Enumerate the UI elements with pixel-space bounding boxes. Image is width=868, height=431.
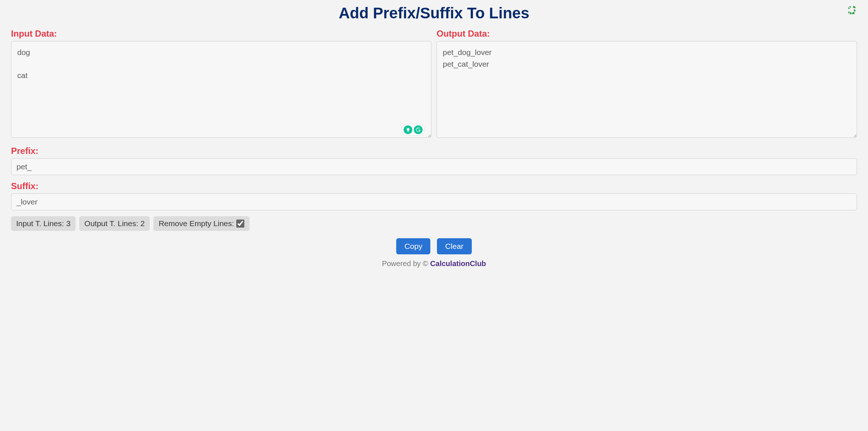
remove-empty-stat: Remove Empty Lines: bbox=[153, 216, 249, 231]
output-lines-label: Output T. Lines: bbox=[84, 219, 138, 228]
output-lines-stat: Output T. Lines: 2 bbox=[79, 216, 150, 231]
input-lines-count: 3 bbox=[66, 219, 70, 228]
input-label: Input Data: bbox=[11, 29, 431, 39]
button-row: Copy Clear bbox=[11, 238, 857, 254]
clear-button[interactable]: Clear bbox=[437, 238, 471, 254]
suffix-label: Suffix: bbox=[11, 181, 857, 191]
footer: Powered by © CalculationClub bbox=[11, 259, 857, 268]
footer-link[interactable]: CalculationClub bbox=[430, 259, 486, 268]
io-columns: Input Data: dog cat Output Data: pet_dog… bbox=[11, 29, 857, 139]
output-column: Output Data: pet_dog_lover pet_cat_lover bbox=[437, 29, 857, 139]
suffix-input[interactable] bbox=[11, 194, 857, 210]
output-lines-count: 2 bbox=[141, 219, 145, 228]
stats-row: Input T. Lines: 3 Output T. Lines: 2 Rem… bbox=[11, 216, 857, 231]
prefix-label: Prefix: bbox=[11, 146, 857, 156]
suffix-group: Suffix: bbox=[11, 181, 857, 210]
copy-button[interactable]: Copy bbox=[396, 238, 430, 254]
input-lines-label: Input T. Lines: bbox=[16, 219, 64, 228]
remove-empty-checkbox[interactable] bbox=[236, 220, 244, 228]
grammarly-badge[interactable] bbox=[401, 124, 425, 136]
input-wrapper: dog cat bbox=[11, 41, 431, 139]
recycle-icon[interactable] bbox=[847, 5, 857, 15]
output-label: Output Data: bbox=[437, 29, 857, 39]
prefix-input[interactable] bbox=[11, 158, 857, 175]
remove-empty-label: Remove Empty Lines: bbox=[158, 219, 234, 228]
input-textarea[interactable]: dog cat bbox=[11, 41, 431, 138]
grammarly-g-icon bbox=[414, 125, 423, 134]
output-textarea[interactable]: pet_dog_lover pet_cat_lover bbox=[437, 41, 857, 138]
input-lines-stat: Input T. Lines: 3 bbox=[11, 216, 76, 231]
footer-prefix: Powered by © bbox=[382, 259, 430, 268]
input-column: Input Data: dog cat bbox=[11, 29, 431, 139]
page-title: Add Prefix/Suffix To Lines bbox=[11, 4, 857, 22]
grammarly-bulb-icon bbox=[404, 125, 412, 134]
prefix-group: Prefix: bbox=[11, 146, 857, 175]
